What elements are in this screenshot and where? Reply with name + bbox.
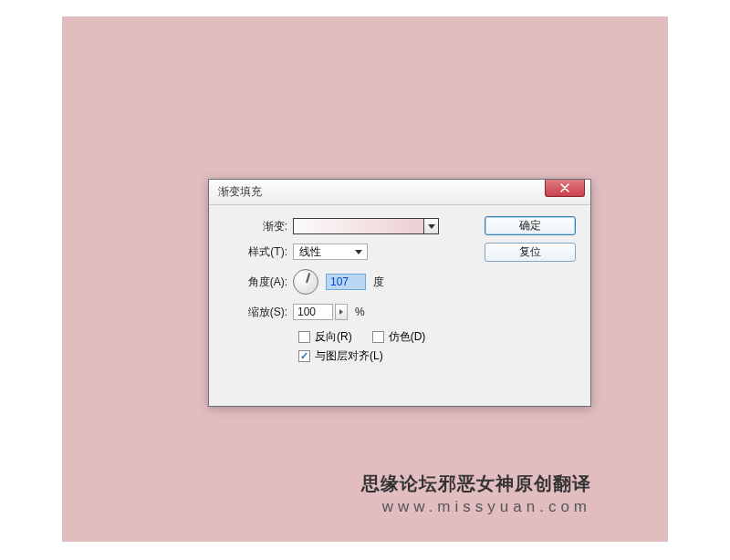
gradient-swatch bbox=[294, 219, 423, 233]
angle-unit: 度 bbox=[373, 275, 384, 290]
dialog-titlebar[interactable]: 渐变填充 bbox=[209, 180, 590, 205]
close-button[interactable] bbox=[545, 180, 585, 197]
chevron-down-icon bbox=[355, 250, 362, 254]
style-value: 线性 bbox=[299, 244, 321, 260]
gradient-picker[interactable] bbox=[293, 218, 439, 234]
style-label: 样式(T): bbox=[222, 244, 293, 260]
dial-needle-icon bbox=[306, 273, 310, 283]
dither-label: 仿色(D) bbox=[389, 329, 426, 345]
angle-input[interactable]: 107 bbox=[326, 274, 366, 290]
close-icon bbox=[559, 183, 570, 192]
watermark: 思缘论坛邪恶女神原创翻译 www.missyuan.com bbox=[361, 472, 591, 516]
chevron-right-icon bbox=[339, 309, 343, 315]
style-select[interactable]: 线性 bbox=[293, 244, 368, 260]
ok-button[interactable]: 确定 bbox=[485, 216, 576, 235]
watermark-line1: 思缘论坛邪恶女神原创翻译 bbox=[361, 472, 591, 496]
style-dropdown-arrow[interactable] bbox=[352, 245, 365, 258]
gradient-fill-dialog: 渐变填充 确定 复位 渐变: 样式(T): 线性 bbox=[208, 179, 591, 407]
checkbox-group: 反向(R) 仿色(D) 与图层对齐(L) bbox=[298, 329, 578, 364]
reverse-checkbox[interactable] bbox=[298, 331, 310, 343]
chevron-down-icon bbox=[428, 224, 435, 229]
reset-button[interactable]: 复位 bbox=[485, 243, 576, 262]
dialog-buttons: 确定 复位 bbox=[485, 216, 576, 262]
dither-checkbox[interactable] bbox=[372, 331, 384, 343]
reverse-label: 反向(R) bbox=[315, 329, 352, 345]
scale-input[interactable]: 100 bbox=[293, 304, 333, 320]
angle-label: 角度(A): bbox=[222, 275, 293, 290]
scale-label: 缩放(S): bbox=[222, 305, 293, 320]
align-checkbox[interactable] bbox=[298, 350, 310, 362]
scale-stepper[interactable] bbox=[335, 304, 348, 320]
scale-unit: % bbox=[355, 306, 365, 318]
watermark-line2: www.missyuan.com bbox=[361, 498, 591, 516]
align-label: 与图层对齐(L) bbox=[315, 348, 383, 364]
gradient-label: 渐变: bbox=[222, 219, 293, 234]
dialog-title: 渐变填充 bbox=[218, 184, 262, 200]
angle-dial[interactable] bbox=[293, 269, 318, 295]
gradient-dropdown-arrow[interactable] bbox=[423, 219, 438, 233]
canvas-background: 渐变填充 确定 复位 渐变: 样式(T): 线性 bbox=[62, 16, 668, 542]
